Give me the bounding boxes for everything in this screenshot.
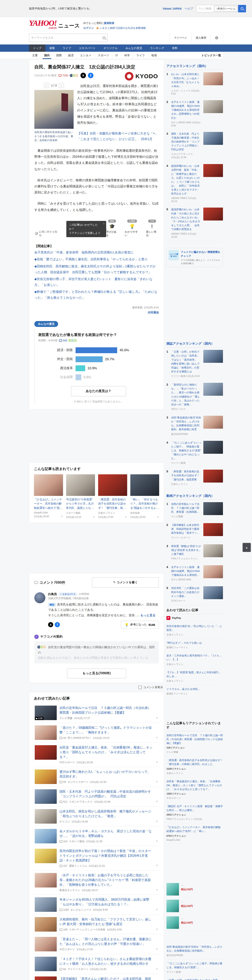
list-item-title[interactable]: 自民党「裏金議員37人擁立」発表、「比例重複OK」報道に…ネット怒り「国民なんて…	[59, 745, 153, 759]
signup-link[interactable]: 新規取得	[104, 22, 114, 24]
category-item[interactable]: エンタメ	[77, 52, 95, 59]
ranking-item[interactable]: 1 自民の定年制ルールで注目 ７３歳の村上誠一郎氏 衆院選・比例四国ブロック公認…	[166, 500, 223, 521]
sidebar-link-item[interactable]: 自民“裏金議員の復活”目的か「何百億も…ふざけるな」比例重複容認に批判殺到… 週…	[166, 943, 223, 959]
purchase-history-link[interactable]: 購入履歴	[191, 33, 211, 43]
dismiss-icon[interactable]: ✕	[156, 780, 158, 784]
ranking-item[interactable]: 2 「新宿区なのに地味だな」→「私がバカだった」…東京への憧れを募らせた24歳彼…	[166, 380, 223, 414]
list-item[interactable]: 「見違えた～」「同一人物には見えません」27歳女優、酒豪演じた『あんぱん』との別…	[34, 934, 159, 954]
category-item[interactable]: IT	[112, 52, 121, 59]
sidebar-link-item[interactable]: “博打はダメ”…それでも狙いは 新潮社フォーサイト	[166, 639, 223, 652]
avatar[interactable]	[34, 592, 45, 603]
list-item[interactable]: 「４１才！？子供４人！？信じられない」さんま番組登場の女優にネット騒然「お人形さ…	[34, 954, 159, 974]
yahoo-japan-link[interactable]: Yahoo! JAPAN	[163, 7, 182, 10]
ranking-item[interactable]: 4 「“心ここにあらず”といったご様子」 関係者が案じる、秋篠宮さまの“異変”「…	[166, 439, 223, 468]
sidebar-link-item[interactable]: 【ブル…】“枕営業”疑惑…奥さんに年収3億円…出し全… 文春オンライン	[166, 668, 223, 685]
comment-count[interactable]: 7090	[59, 74, 68, 77]
sidebar-link-item[interactable]: 「立憲・公明」が本気で倒したいのは「自民党」ではなく「高市総理」… デイリー新潮	[166, 976, 223, 980]
list-item-title[interactable]: 大相撲初場所、幕内・伯乃富士に「フラフラして見苦しい」厳しい声 新大関・安青錦戦…	[59, 917, 153, 926]
keyword-search-input[interactable]: キーワードを入力	[29, 34, 108, 42]
category-item[interactable]: 主要	[29, 52, 41, 59]
gear-icon[interactable]: ⚙	[211, 33, 223, 43]
list-item[interactable]: 山本太郎氏、病気を明かし議員辞職表明 橋下徹氏がメッセージ「相当ぶつかりましたけ…	[34, 807, 159, 826]
dismiss-icon[interactable]: ✕	[156, 948, 158, 951]
sidebar-link-item[interactable]: 自民の定年制ルールで注目 ７３歳の村上誠一郎氏（今治出身）衆院選・比例四国ブロッ…	[166, 731, 223, 756]
list-item[interactable]: ▶ 0:38 自民の定年制ルールで注目 ７３歳の村上誠一郎氏（今治出身）衆院選・…	[34, 703, 159, 723]
sidebar-link-item[interactable]: 自民党「裏金議員37人擁立」発表、「比例重複OK」報道に…ネット怒り「国民なんて…	[166, 777, 223, 802]
related-link[interactable]: ◆安倍元首相の甥っ子、岸信千世が美人妻と2ショット 夏祭りに浴衣姿「きれいな方」…	[34, 276, 159, 288]
reaction-button[interactable]: 773 ！ 新しい視点	[146, 220, 158, 237]
related-link[interactable]: ◆田崎史郎氏 高市解散に疑念、麻生太郎氏カヤの外より深刻→1番怒らせたらマズかっ…	[34, 263, 159, 275]
article-card-item[interactable]: 号泣謝罪の“０秒落選”から１年３か月…丸川珠代氏 議員じゃな… スポーツ報知 1…	[66, 474, 95, 519]
ranking-item[interactable]: 3 衆院選「解散は“邪道”だが僕は“邪道派”を支持する」と橋下徹氏 FNNプライ…	[166, 542, 223, 563]
ranking-item[interactable]: 4 水戸ネイリスト殺害 逮捕の28歳男、電話やSNSで連絡試みるも着信拒否され……	[166, 563, 223, 584]
article-photo[interactable]	[34, 90, 73, 129]
nav-tab[interactable]: ライブ	[59, 45, 75, 52]
list-item[interactable]: 〈水戸・ネイリスト殺害〉お腹の子を守ろうと必死に抵抗した母…逮捕されたのは28歳…	[34, 870, 159, 895]
helpful-button[interactable]: 💡 参考になった 9146	[121, 621, 159, 629]
ranking-item[interactable]: 2 【高市解散】山本太郎代表、病状説明会見で爆発 高市首相は「基本ウソつき」 デ…	[166, 521, 223, 542]
photo-prev-button[interactable]: ‹	[44, 83, 49, 88]
sidebar-link-item[interactable]: 〈衆院選〉高市首相の息子を自民党が公認せず！「週刊文春」の取材に高市氏…れました…	[166, 756, 223, 777]
ranking-item[interactable]: 1 れいわ・山本太郎代表に「辞世の句」ぶっ込み！大石晃子氏「むちゃくちゃ休め」 …	[166, 70, 223, 98]
x-share-button[interactable]: X	[48, 622, 53, 627]
list-item-title[interactable]: 山本太郎氏、病気を明かし議員辞職表明 橋下徹氏がメッセージ「相当ぶつかりましたけ…	[59, 809, 153, 818]
list-item[interactable]: 自民党「裏金議員37人擁立」発表、「比例重複OK」報道に…ネット怒り「国民なんて…	[34, 743, 159, 767]
dismiss-icon[interactable]: ✕	[156, 908, 158, 912]
dismiss-icon[interactable]: ✕	[156, 840, 158, 843]
source-link[interactable]: 共同通信	[148, 311, 159, 314]
list-item[interactable]: 大相撲初場所、幕内・伯乃富士に「フラフラして見苦しい」厳しい声 新大関・安青錦戦…	[34, 915, 159, 934]
sidebar-link-item[interactable]: 安倍元首相の側近“佐…”氏が明かしていた「…と座席」 文春オンライン	[166, 622, 223, 639]
list-item[interactable]: 高市内閣支持率が初の下落！その理由は？新党「中道」のスタートラインとポテンシャル…	[34, 846, 159, 870]
more-comments-button[interactable]: もっと見る(7090件)	[67, 668, 126, 678]
list-item[interactable]: 金メダルから１６年…キム・ヨナさん 変ぼうした現在の姿「なぜ…」「涙が出る」電撃…	[34, 826, 159, 846]
shopping-ad-item[interactable]: … 税込330円	[166, 914, 223, 931]
list-item-title[interactable]: 自民の定年制ルールで注目 ７３歳の村上誠一郎氏（今治出身）衆院選・比例四国ブロッ…	[59, 706, 153, 715]
facebook-share-button[interactable]: f	[88, 73, 93, 78]
dismiss-icon[interactable]: ✕	[156, 820, 158, 824]
ranking-item[interactable]: 3 自民“裏金議員の復活”目的か「何百億も…ふざけるな」比例重複容認に批判殺到、…	[166, 414, 223, 439]
list-item-title[interactable]: 愛川ゆず季に敗れた3人「ちょっとおっぱいがデカいからって、高圧的すぎ」	[59, 770, 153, 779]
magazine-ranking-header[interactable]: 雑誌アクセスランキング（国内）	[166, 342, 223, 347]
poll-vote-button[interactable]: あなたの意見は？	[71, 386, 126, 396]
article-card-item[interactable]: 「怖い」「何するつもり？」高市首相が掲げる“国論を二分するよ… 女性自身 1/2…	[130, 474, 159, 519]
list-item-title[interactable]: 国民・玉木代表 円より子議員の離党届→中道合流の経緯明かす「コンプライアンス上の…	[59, 789, 153, 799]
nav-tab[interactable]: 有料	[168, 45, 181, 52]
ranking-item[interactable]: 2 水戸ネイリスト殺害 逮捕の28歳男、電話やSNSで連絡試みるも着信拒否され……	[166, 98, 223, 130]
read-more-link[interactable]: もっと見る	[140, 614, 155, 617]
reaction-button[interactable]: 652 🎓 学びがある	[106, 220, 118, 237]
commenter-name[interactable]: 白鳥浩	[48, 592, 57, 596]
paypay-banner[interactable]: P PayPay	[166, 614, 223, 622]
poll-comment-count[interactable]: 345	[59, 339, 67, 342]
list-item-title[interactable]: 「老けた？」58歳織田裕二〝びっくり激変〟ドラマショットが反響「ここまで…」「胸…	[59, 725, 153, 735]
nav-tab[interactable]: みんなの意見	[121, 45, 146, 52]
reaction-button[interactable]: 1,980 💡 わかりやすい	[125, 220, 139, 237]
dismiss-icon[interactable]: ✕	[93, 515, 95, 519]
yahoo-news-logo[interactable]: YAHOO!JAPAN ニュース	[29, 20, 80, 30]
sidebar-link-item[interactable]: 「“心ここにあらず”といったご様子」関係者が案じる、秋篠宮さまの“異変”… デイ…	[166, 959, 223, 976]
dismiss-icon[interactable]: ✕	[156, 928, 158, 932]
category-item[interactable]: 国際	[53, 52, 65, 59]
ranking-item[interactable]: 1 「立憲・公明」が本気で倒したいのは「自民党」ではなく「高市総理」 内閣を退陣…	[166, 347, 223, 380]
sidebar-link-item[interactable]: 『ひるおび』コメンテーター、高市首相の解散総選挙へ総出で“批判”…に「怖い」 6…	[166, 823, 223, 843]
list-item-title[interactable]: 金メダルから１６年…キム・ヨナさん 変ぼうした現在の姿「なぜ…」「涙が出る」電撃…	[59, 829, 153, 838]
list-item-title[interactable]: 高市内閣支持率が初の下落！その理由は？新党「中道」のスタートラインとポテンシャル…	[59, 849, 153, 863]
top-promo-text[interactable]: 能登半島地震から2年。LINEで被災地と繋がりを。	[29, 7, 92, 10]
list-item[interactable]: 国民・玉木代表 円より子議員の離党届→中道合流の経緯明かす「コンプライアンス上の…	[34, 787, 159, 807]
login-link[interactable]: ログイン	[83, 27, 94, 29]
video-ranking-header[interactable]: 動画アクセスランキング（国内）	[166, 494, 223, 500]
trend-query[interactable]: ↑終末のハーレム	[214, 6, 237, 11]
list-item[interactable]: 【高市解散】「高市さんレジ解決したの？」山本太郎代表、病状説明会見で爆発 高市首…	[34, 974, 159, 980]
fact-check-promo[interactable]: ニュース健診 2024 フェイクに騙されない 情報習慣をチェック デマや誤情報に…	[166, 248, 223, 267]
photo-link[interactable]: 【写真】自民・加藤氏が報告書ページ全体に大きな「×」「これまで見たことがない、ひ…	[77, 131, 159, 142]
dismiss-icon[interactable]: ✕	[156, 800, 158, 804]
report-article-link[interactable]: 記事に関する報告	[35, 230, 59, 237]
dismiss-icon[interactable]: ✕	[156, 864, 158, 868]
ranking-item[interactable]: 5 安住淳氏「この選挙は自民対中道の二大政党のガチンコ選挙」 日刊スポーツ	[166, 584, 223, 605]
category-item[interactable]: 地域	[148, 52, 160, 59]
help-link[interactable]: ヘルプ	[185, 7, 193, 10]
kyodo-logo[interactable]: KYODO	[125, 72, 158, 81]
tooltip-close-icon[interactable]: ×	[103, 222, 105, 226]
list-item[interactable]: 「老けた？」58歳織田裕二〝びっくり激変〟ドラマショットが反響「ここまで…」「胸…	[34, 723, 159, 743]
dismiss-icon[interactable]: ✕	[61, 515, 63, 518]
related-link[interactable]: 金子恵美氏が「中道」参加表明 福島県内の立民現職4人全員が新党に	[34, 250, 159, 255]
